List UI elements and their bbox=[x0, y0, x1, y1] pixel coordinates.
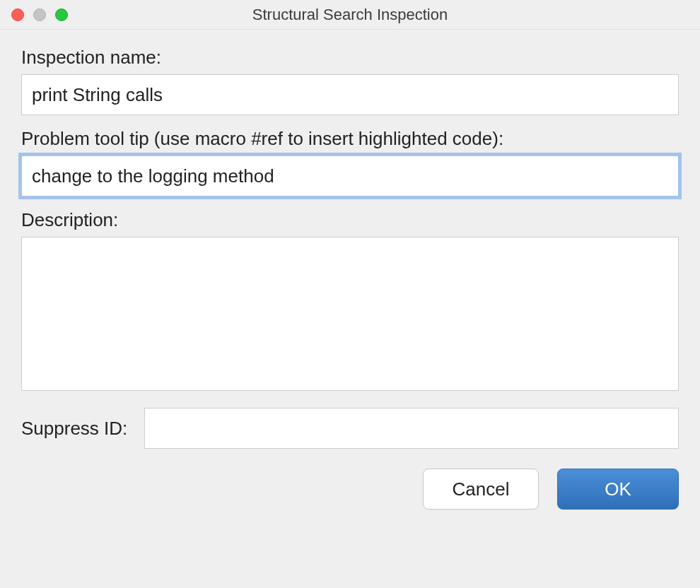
window-title: Structural Search Inspection bbox=[0, 6, 700, 24]
maximize-icon[interactable] bbox=[55, 8, 68, 21]
inspection-name-input[interactable] bbox=[21, 74, 679, 115]
description-textarea[interactable] bbox=[21, 237, 679, 391]
suppress-id-input[interactable] bbox=[144, 408, 679, 449]
titlebar: Structural Search Inspection bbox=[0, 0, 700, 30]
suppress-id-label: Suppress ID: bbox=[21, 418, 127, 440]
cancel-button[interactable]: Cancel bbox=[423, 469, 539, 510]
suppress-id-group: Suppress ID: bbox=[21, 408, 679, 449]
problem-tooltip-input[interactable] bbox=[21, 155, 679, 196]
inspection-name-label: Inspection name: bbox=[21, 47, 679, 69]
traffic-lights bbox=[11, 8, 68, 21]
problem-tooltip-label: Problem tool tip (use macro #ref to inse… bbox=[21, 128, 679, 150]
inspection-name-group: Inspection name: bbox=[21, 47, 679, 115]
dialog-content: Inspection name: Problem tool tip (use m… bbox=[0, 30, 700, 588]
problem-tooltip-group: Problem tool tip (use macro #ref to inse… bbox=[21, 128, 679, 196]
button-row: Cancel OK bbox=[21, 469, 679, 521]
dialog-window: Structural Search Inspection Inspection … bbox=[0, 0, 700, 588]
minimize-icon[interactable] bbox=[33, 8, 46, 21]
description-group: Description: bbox=[21, 209, 679, 391]
ok-button[interactable]: OK bbox=[557, 469, 679, 510]
close-icon[interactable] bbox=[11, 8, 24, 21]
description-label: Description: bbox=[21, 209, 679, 231]
